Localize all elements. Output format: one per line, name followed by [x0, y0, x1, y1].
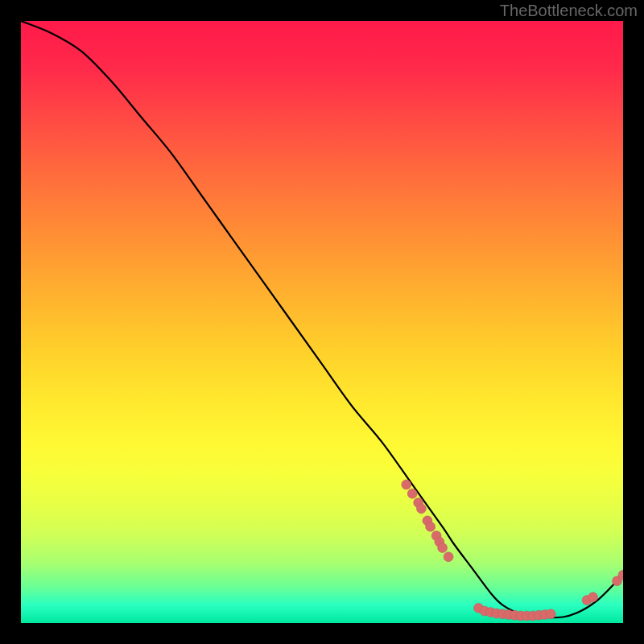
- scatter-point: [416, 504, 426, 514]
- scatter-point: [444, 552, 453, 562]
- scatter-point: [546, 609, 555, 619]
- watermark-text: TheBottleneck.com: [500, 2, 638, 20]
- scatter-point: [407, 489, 417, 498]
- scatter-points: [402, 480, 623, 621]
- scatter-point: [438, 543, 448, 553]
- scatter-point: [426, 522, 436, 531]
- chart-area: [21, 21, 623, 623]
- chart-svg: [21, 21, 623, 623]
- scatter-point: [402, 480, 411, 489]
- bottleneck-curve: [21, 21, 623, 617]
- scatter-point: [588, 592, 598, 602]
